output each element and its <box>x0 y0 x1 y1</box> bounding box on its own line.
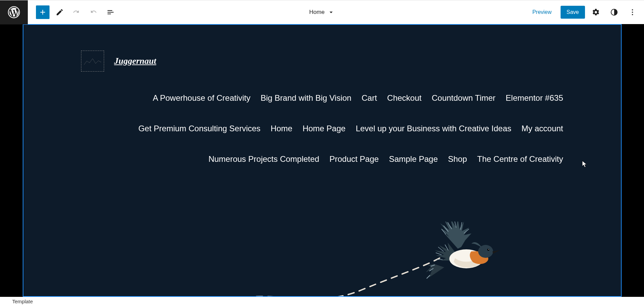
nav-item[interactable]: Home Page <box>303 118 346 139</box>
svg-point-7 <box>487 249 489 251</box>
site-header-block: Juggernaut A Powerhouse of Creativity Bi… <box>23 25 621 169</box>
undo-icon <box>73 8 81 16</box>
svg-point-3 <box>632 12 633 13</box>
more-vertical-icon <box>628 8 637 16</box>
nav-item[interactable]: Level up your Business with Creative Ide… <box>356 118 511 139</box>
hero-illustration <box>98 222 587 297</box>
nav-item[interactable]: Countdown Timer <box>432 88 495 108</box>
preview-link[interactable]: Preview <box>527 6 557 19</box>
list-view-icon <box>106 8 115 16</box>
document-title-dropdown[interactable]: Home <box>309 8 335 16</box>
document-overview-button[interactable] <box>104 5 117 19</box>
site-logo-row: Juggernaut <box>81 51 563 72</box>
toolbar-left-group <box>36 5 117 19</box>
editor-statusbar: Template <box>0 297 644 306</box>
contrast-icon <box>610 8 618 16</box>
save-button[interactable]: Save <box>561 6 585 19</box>
svg-point-4 <box>632 14 633 15</box>
nav-item[interactable]: Shop <box>448 149 467 169</box>
nav-item[interactable]: Elementor #635 <box>506 88 563 108</box>
chevron-down-icon <box>327 8 335 16</box>
nav-item[interactable]: Cart <box>362 88 377 108</box>
nav-item[interactable]: Numerous Projects Completed <box>209 149 319 169</box>
gear-icon <box>592 8 600 16</box>
options-button[interactable] <box>625 5 640 20</box>
edit-tool-button[interactable] <box>53 5 66 19</box>
svg-point-2 <box>632 9 633 11</box>
redo-button[interactable] <box>87 5 100 19</box>
svg-point-6 <box>478 245 493 258</box>
site-logo-placeholder[interactable] <box>81 51 104 72</box>
settings-button[interactable] <box>588 5 603 20</box>
toolbar-right-group: Preview Save <box>527 5 640 20</box>
nav-item[interactable]: Sample Page <box>389 149 438 169</box>
statusbar-label: Template <box>12 299 33 304</box>
redo-icon <box>90 8 98 16</box>
bird-path-illustration <box>98 222 587 297</box>
nav-item[interactable]: Checkout <box>387 88 422 108</box>
pencil-icon <box>56 8 64 16</box>
styles-button[interactable] <box>607 5 622 20</box>
editor-canvas-wrap: Juggernaut A Powerhouse of Creativity Bi… <box>0 24 644 297</box>
mouse-cursor-icon <box>582 160 587 168</box>
nav-item[interactable]: My account <box>522 118 563 139</box>
image-placeholder-icon <box>84 56 101 66</box>
nav-item[interactable]: Home <box>271 118 292 139</box>
wordpress-icon <box>8 6 20 18</box>
nav-item[interactable]: The Centre of Creativity <box>477 149 563 169</box>
undo-button[interactable] <box>70 5 83 19</box>
add-block-button[interactable] <box>36 5 50 19</box>
svg-point-8 <box>488 249 489 250</box>
editor-topbar: Home Preview Save <box>0 0 644 24</box>
document-title: Home <box>309 9 325 16</box>
plus-icon <box>39 8 47 16</box>
nav-item[interactable]: Product Page <box>329 149 378 169</box>
wordpress-logo-button[interactable] <box>0 0 28 24</box>
nav-item[interactable]: Big Brand with Big Vision <box>261 88 352 108</box>
nav-item[interactable]: Get Premium Consulting Services <box>138 118 260 139</box>
nav-item[interactable]: A Powerhouse of Creativity <box>153 88 250 108</box>
editor-canvas[interactable]: Juggernaut A Powerhouse of Creativity Bi… <box>23 24 622 297</box>
site-title-link[interactable]: Juggernaut <box>114 56 156 66</box>
primary-nav: A Powerhouse of Creativity Big Brand wit… <box>81 88 563 169</box>
